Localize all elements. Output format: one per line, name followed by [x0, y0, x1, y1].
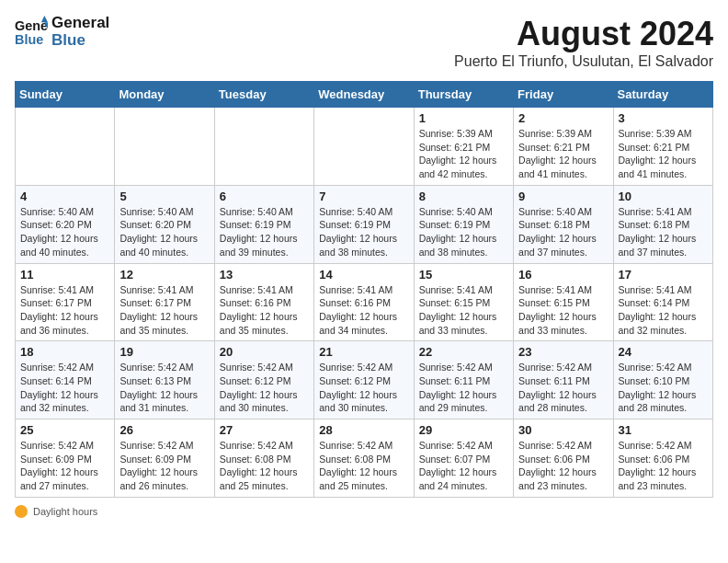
daylight-label: Daylight hours — [33, 506, 97, 517]
day-number: 6 — [220, 190, 309, 203]
day-info: Sunrise: 5:41 AM Sunset: 6:17 PM Dayligh… — [20, 283, 109, 338]
day-info: Sunrise: 5:39 AM Sunset: 6:21 PM Dayligh… — [518, 127, 608, 181]
day-info: Sunrise: 5:42 AM Sunset: 6:10 PM Dayligh… — [619, 361, 708, 415]
day-number: 3 — [619, 111, 708, 125]
day-number: 31 — [619, 423, 708, 437]
day-number: 25 — [20, 423, 109, 437]
calendar-cell: 10Sunrise: 5:41 AM Sunset: 6:18 PM Dayli… — [613, 185, 712, 263]
page-header: General Blue General Blue August 2024 Pu… — [15, 15, 713, 70]
day-info: Sunrise: 5:40 AM Sunset: 6:18 PM Dayligh… — [518, 205, 608, 259]
day-info: Sunrise: 5:39 AM Sunset: 6:21 PM Dayligh… — [619, 127, 708, 181]
day-number: 28 — [319, 423, 408, 437]
day-info: Sunrise: 5:42 AM Sunset: 6:09 PM Dayligh… — [119, 439, 209, 493]
day-number: 21 — [319, 345, 408, 359]
calendar-cell: 28Sunrise: 5:42 AM Sunset: 6:08 PM Dayli… — [314, 419, 414, 498]
calendar-cell — [214, 108, 313, 186]
day-info: Sunrise: 5:42 AM Sunset: 6:09 PM Dayligh… — [20, 439, 109, 493]
day-info: Sunrise: 5:42 AM Sunset: 6:06 PM Dayligh… — [619, 439, 708, 493]
day-info: Sunrise: 5:41 AM Sunset: 6:16 PM Dayligh… — [319, 283, 408, 338]
calendar-cell — [16, 108, 115, 186]
day-number: 15 — [419, 268, 508, 282]
day-number: 19 — [119, 345, 209, 359]
calendar-cell — [314, 108, 414, 186]
day-info: Sunrise: 5:42 AM Sunset: 6:07 PM Dayligh… — [419, 439, 508, 493]
day-info: Sunrise: 5:42 AM Sunset: 6:06 PM Dayligh… — [518, 439, 608, 493]
day-number: 8 — [419, 190, 508, 203]
calendar-cell: 30Sunrise: 5:42 AM Sunset: 6:06 PM Dayli… — [514, 419, 613, 498]
logo-icon: General Blue — [15, 16, 48, 49]
day-info: Sunrise: 5:41 AM Sunset: 6:15 PM Dayligh… — [518, 283, 608, 338]
day-info: Sunrise: 5:40 AM Sunset: 6:19 PM Dayligh… — [319, 205, 408, 259]
day-number: 5 — [119, 190, 209, 203]
calendar-cell: 25Sunrise: 5:42 AM Sunset: 6:09 PM Dayli… — [16, 419, 115, 498]
day-number: 14 — [319, 268, 408, 282]
calendar-week-row: 1Sunrise: 5:39 AM Sunset: 6:21 PM Daylig… — [16, 108, 713, 186]
day-number: 24 — [619, 345, 708, 359]
calendar-cell: 7Sunrise: 5:40 AM Sunset: 6:19 PM Daylig… — [314, 185, 414, 263]
day-info: Sunrise: 5:40 AM Sunset: 6:19 PM Dayligh… — [220, 205, 309, 259]
column-header-wednesday: Wednesday — [314, 82, 414, 108]
sun-icon — [15, 505, 28, 518]
day-info: Sunrise: 5:42 AM Sunset: 6:14 PM Dayligh… — [20, 361, 109, 415]
calendar-cell: 9Sunrise: 5:40 AM Sunset: 6:18 PM Daylig… — [514, 185, 613, 263]
calendar-cell: 31Sunrise: 5:42 AM Sunset: 6:06 PM Dayli… — [613, 419, 712, 498]
day-info: Sunrise: 5:40 AM Sunset: 6:19 PM Dayligh… — [419, 205, 508, 259]
day-info: Sunrise: 5:40 AM Sunset: 6:20 PM Dayligh… — [119, 205, 209, 259]
day-number: 13 — [220, 268, 309, 282]
day-info: Sunrise: 5:41 AM Sunset: 6:16 PM Dayligh… — [220, 283, 309, 338]
column-header-thursday: Thursday — [414, 82, 513, 108]
calendar-cell: 29Sunrise: 5:42 AM Sunset: 6:07 PM Dayli… — [414, 419, 513, 498]
svg-text:Blue: Blue — [15, 31, 43, 46]
day-number: 11 — [20, 268, 109, 282]
calendar-cell: 5Sunrise: 5:40 AM Sunset: 6:20 PM Daylig… — [115, 185, 214, 263]
column-header-sunday: Sunday — [16, 82, 115, 108]
day-number: 16 — [518, 268, 608, 282]
calendar-cell: 3Sunrise: 5:39 AM Sunset: 6:21 PM Daylig… — [613, 108, 712, 186]
calendar-week-row: 11Sunrise: 5:41 AM Sunset: 6:17 PM Dayli… — [16, 263, 713, 341]
day-number: 30 — [518, 423, 608, 437]
day-number: 26 — [119, 423, 209, 437]
calendar-cell: 2Sunrise: 5:39 AM Sunset: 6:21 PM Daylig… — [514, 108, 613, 186]
calendar-cell: 17Sunrise: 5:41 AM Sunset: 6:14 PM Dayli… — [613, 263, 712, 341]
column-header-friday: Friday — [514, 82, 613, 108]
column-header-saturday: Saturday — [613, 82, 712, 108]
day-number: 1 — [419, 111, 508, 125]
day-number: 12 — [119, 268, 209, 282]
month-title: August 2024 — [454, 15, 713, 53]
calendar-cell: 15Sunrise: 5:41 AM Sunset: 6:15 PM Dayli… — [414, 263, 513, 341]
title-area: August 2024 Puerto El Triunfo, Usulutan,… — [454, 15, 713, 70]
day-info: Sunrise: 5:42 AM Sunset: 6:08 PM Dayligh… — [220, 439, 309, 493]
calendar-cell — [115, 108, 214, 186]
day-number: 20 — [220, 345, 309, 359]
location-title: Puerto El Triunfo, Usulutan, El Salvador — [454, 53, 713, 70]
day-number: 27 — [220, 423, 309, 437]
day-info: Sunrise: 5:40 AM Sunset: 6:20 PM Dayligh… — [20, 205, 109, 259]
calendar-cell: 26Sunrise: 5:42 AM Sunset: 6:09 PM Dayli… — [115, 419, 214, 498]
day-number: 9 — [518, 190, 608, 203]
calendar-cell: 16Sunrise: 5:41 AM Sunset: 6:15 PM Dayli… — [514, 263, 613, 341]
day-info: Sunrise: 5:41 AM Sunset: 6:17 PM Dayligh… — [119, 283, 209, 338]
day-number: 22 — [419, 345, 508, 359]
day-number: 4 — [20, 190, 109, 203]
calendar-header-row: SundayMondayTuesdayWednesdayThursdayFrid… — [16, 82, 713, 108]
column-header-tuesday: Tuesday — [214, 82, 313, 108]
calendar-cell: 6Sunrise: 5:40 AM Sunset: 6:19 PM Daylig… — [214, 185, 313, 263]
day-info: Sunrise: 5:41 AM Sunset: 6:15 PM Dayligh… — [419, 283, 508, 338]
calendar-cell: 19Sunrise: 5:42 AM Sunset: 6:13 PM Dayli… — [115, 341, 214, 419]
day-info: Sunrise: 5:42 AM Sunset: 6:12 PM Dayligh… — [319, 361, 408, 415]
calendar-cell: 27Sunrise: 5:42 AM Sunset: 6:08 PM Dayli… — [214, 419, 313, 498]
calendar-cell: 1Sunrise: 5:39 AM Sunset: 6:21 PM Daylig… — [414, 108, 513, 186]
day-number: 18 — [20, 345, 109, 359]
calendar-cell: 23Sunrise: 5:42 AM Sunset: 6:11 PM Dayli… — [514, 341, 613, 419]
calendar-cell: 14Sunrise: 5:41 AM Sunset: 6:16 PM Dayli… — [314, 263, 414, 341]
day-info: Sunrise: 5:42 AM Sunset: 6:08 PM Dayligh… — [319, 439, 408, 493]
calendar-cell: 18Sunrise: 5:42 AM Sunset: 6:14 PM Dayli… — [16, 341, 115, 419]
calendar-cell: 22Sunrise: 5:42 AM Sunset: 6:11 PM Dayli… — [414, 341, 513, 419]
day-number: 10 — [619, 190, 708, 203]
day-number: 2 — [518, 111, 608, 125]
calendar-cell: 8Sunrise: 5:40 AM Sunset: 6:19 PM Daylig… — [414, 185, 513, 263]
calendar-week-row: 4Sunrise: 5:40 AM Sunset: 6:20 PM Daylig… — [16, 185, 713, 263]
footer-note: Daylight hours — [15, 505, 713, 518]
calendar-cell: 13Sunrise: 5:41 AM Sunset: 6:16 PM Dayli… — [214, 263, 313, 341]
day-number: 7 — [319, 190, 408, 203]
